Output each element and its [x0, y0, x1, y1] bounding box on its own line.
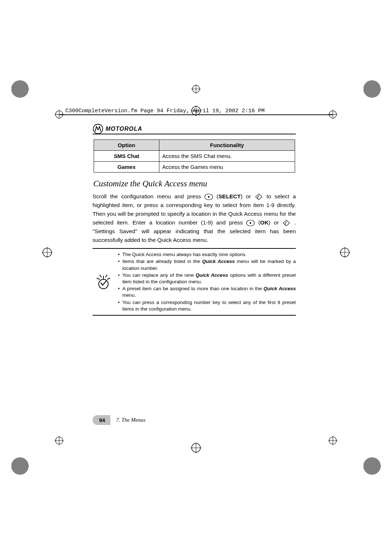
- table-header-row: Option Functionality: [94, 140, 295, 151]
- functionality-cell: Access the Games menu: [159, 162, 295, 173]
- note-item: The Quick Access menu always has exactly…: [118, 251, 296, 258]
- ok-label: OK: [260, 219, 269, 226]
- registration-mark-bottom-center: [191, 442, 201, 453]
- select-key-icon: [246, 219, 255, 227]
- note-icon: [93, 273, 114, 291]
- note-item: Items that are already listed in the Qui…: [118, 258, 296, 271]
- section-title: Customize the Quick Access menu: [93, 179, 296, 189]
- motorola-logo-icon: [93, 123, 103, 134]
- page-footer: 94 7. The Menus: [93, 415, 146, 425]
- col-header-option: Option: [94, 140, 159, 151]
- note-block: The Quick Access menu always has exactly…: [93, 248, 296, 316]
- registration-mark-bottom-left: [11, 457, 29, 475]
- col-header-functionality: Functionality: [159, 140, 295, 151]
- page-frame-line: [59, 114, 333, 115]
- send-key-icon: [254, 193, 263, 200]
- registration-mark-bottom-right: [363, 457, 381, 475]
- note-text: You can replace any of the nine: [122, 272, 196, 278]
- options-table: Option Functionality SMS Chat Access the…: [94, 139, 295, 173]
- registration-mark-right-center: [339, 247, 350, 258]
- para-text: ) or: [269, 219, 282, 226]
- brand-divider: [93, 134, 296, 134]
- page-meta-text: C300CompleteVersion.fm Page 94 Friday, A…: [65, 108, 265, 114]
- svg-point-35: [257, 198, 258, 199]
- body-paragraph: Scroll the configuration menu and press …: [93, 192, 296, 244]
- quick-access-term: Quick Access: [264, 286, 296, 291]
- note-item: You can press a corresponding number key…: [118, 299, 296, 312]
- brand-row: MOTOROLA: [93, 123, 296, 134]
- para-text: Scroll the configuration menu and press: [93, 193, 204, 199]
- quick-access-term: Quick Access: [196, 272, 228, 278]
- crop-mark: [191, 84, 201, 94]
- select-label: SELECT: [219, 193, 241, 199]
- note-list: The Quick Access menu always has exactly…: [118, 251, 296, 313]
- note-item: A preset item can be assigned to more th…: [118, 285, 296, 299]
- registration-mark-top-left: [11, 80, 29, 98]
- svg-point-37: [250, 222, 251, 224]
- svg-point-3: [11, 457, 29, 475]
- note-text: Items that are already listed in the: [122, 259, 202, 264]
- option-cell: SMS Chat: [94, 151, 159, 162]
- select-key-icon: [204, 193, 213, 200]
- para-text: ) or: [241, 193, 254, 199]
- svg-point-38: [285, 224, 286, 225]
- page-number: 94: [93, 415, 110, 425]
- svg-point-4: [363, 457, 381, 475]
- page-content: MOTOROLA Option Functionality SMS Chat A…: [93, 123, 296, 316]
- chapter-title: 7. The Menus: [116, 417, 146, 423]
- svg-point-32: [93, 124, 103, 134]
- note-item: You can replace any of the nine Quick Ac…: [118, 272, 296, 285]
- functionality-cell: Access the SMS Chat menu.: [159, 151, 295, 162]
- svg-point-34: [208, 196, 209, 198]
- note-text: menu.: [122, 292, 136, 298]
- option-cell: Games: [94, 162, 159, 173]
- registration-mark-top-right: [363, 80, 381, 98]
- quick-access-term: Quick Access: [202, 259, 235, 264]
- svg-point-1: [11, 80, 29, 98]
- brand-wordmark: MOTOROLA: [106, 126, 142, 132]
- send-key-icon: [282, 219, 291, 227]
- note-text: A preset item can be assigned to more th…: [122, 286, 264, 291]
- table-row: Games Access the Games menu: [94, 162, 295, 173]
- crop-mark: [328, 436, 338, 445]
- svg-point-2: [363, 80, 381, 98]
- crop-mark: [54, 436, 64, 445]
- table-row: SMS Chat Access the SMS Chat menu.: [94, 151, 295, 162]
- registration-mark-left-center: [42, 247, 53, 258]
